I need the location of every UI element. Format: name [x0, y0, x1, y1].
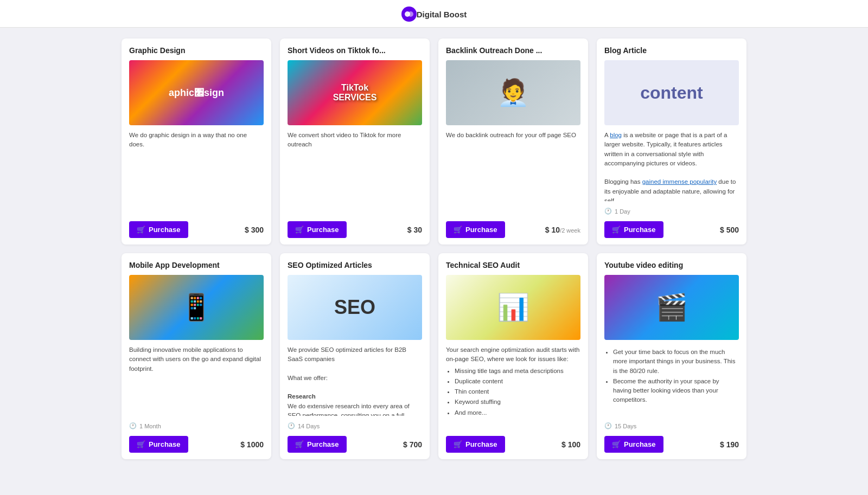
card-image-youtube-video-editing: [604, 275, 739, 340]
card-footer-backlink-outreach: 🛒 Purchase $ 10/2 week: [438, 217, 588, 245]
card-image-seo-optimized-articles: [288, 275, 422, 340]
purchase-label: Purchase: [465, 440, 497, 448]
card-inner-youtube-video-editing: Youtube video editing Get your time back…: [597, 253, 746, 418]
card-short-videos-tiktok: Short Videos on Tiktok fo... We convert …: [280, 38, 430, 245]
cart-icon: 🛒: [137, 226, 145, 234]
card-inner-seo-optimized-articles: SEO Optimized Articles We provide SEO op…: [280, 253, 430, 418]
cards-grid: Graphic Design We do graphic design in a…: [108, 28, 760, 470]
card-time-blog-article: 🕐 1 Day: [597, 203, 746, 217]
clock-icon: 🕐: [129, 422, 137, 429]
card-title-backlink-outreach: Backlink Outreach Done ...: [446, 46, 580, 55]
card-price-mobile-app-development: $ 1000: [240, 440, 264, 449]
purchase-button-backlink-outreach[interactable]: 🛒 Purchase: [446, 221, 505, 238]
price-sub: /2 week: [560, 227, 580, 234]
cart-icon: 🛒: [454, 226, 462, 234]
card-blog-article: Blog Article A blog is a website or page…: [597, 38, 746, 245]
purchase-label: Purchase: [307, 440, 339, 448]
card-price-short-videos-tiktok: $ 30: [407, 226, 422, 234]
card-footer-graphic-design: 🛒 Purchase $ 300: [122, 217, 271, 245]
card-footer-short-videos-tiktok: 🛒 Purchase $ 30: [280, 217, 430, 245]
purchase-button-youtube-video-editing[interactable]: 🛒 Purchase: [604, 436, 663, 453]
purchase-button-short-videos-tiktok[interactable]: 🛒 Purchase: [288, 221, 347, 238]
card-title-blog-article: Blog Article: [604, 46, 739, 55]
card-footer-seo-optimized-articles: 🛒 Purchase $ 700: [280, 432, 430, 459]
purchase-label: Purchase: [149, 226, 181, 234]
card-technical-seo-audit: Technical SEO Audit Your search engine o…: [438, 253, 588, 459]
card-desc-backlink-outreach: We do backlink outreach for your off pag…: [446, 131, 580, 201]
card-desc-seo-optimized-articles: We provide SEO optimized articles for B2…: [288, 345, 422, 416]
card-seo-optimized-articles: SEO Optimized Articles We provide SEO op…: [280, 253, 430, 459]
cart-icon: 🛒: [612, 226, 621, 234]
card-image-graphic-design: [129, 60, 264, 125]
card-time-youtube-video-editing: 🕐 15 Days: [597, 418, 746, 432]
header-title: Digital Boost: [417, 10, 467, 19]
card-desc-blog-article: A blog is a website or page that is a pa…: [604, 131, 739, 201]
time-label: 1 Day: [615, 208, 630, 215]
card-title-graphic-design: Graphic Design: [129, 46, 264, 55]
card-inner-graphic-design: Graphic Design We do graphic design in a…: [122, 38, 271, 217]
time-label: 1 Month: [139, 423, 161, 429]
card-footer-youtube-video-editing: 🛒 Purchase $ 190: [597, 432, 746, 459]
header-logo: [401, 7, 417, 22]
card-footer-blog-article: 🛒 Purchase $ 500: [597, 217, 746, 245]
clock-icon: 🕐: [604, 208, 612, 215]
card-desc-technical-seo-audit: Your search engine optimization audit st…: [446, 345, 580, 416]
card-price-backlink-outreach: $ 10/2 week: [545, 226, 580, 234]
card-title-mobile-app-development: Mobile App Development: [129, 261, 264, 269]
card-title-seo-optimized-articles: SEO Optimized Articles: [288, 261, 422, 269]
cart-icon: 🛒: [612, 440, 621, 448]
card-image-short-videos-tiktok: [288, 60, 422, 125]
purchase-button-technical-seo-audit[interactable]: 🛒 Purchase: [446, 436, 505, 453]
card-footer-mobile-app-development: 🛒 Purchase $ 1000: [122, 432, 271, 459]
card-image-backlink-outreach: [446, 60, 580, 125]
purchase-label: Purchase: [624, 226, 656, 234]
card-time-mobile-app-development: 🕐 1 Month: [122, 418, 271, 432]
card-price-technical-seo-audit: $ 100: [561, 440, 580, 449]
purchase-button-blog-article[interactable]: 🛒 Purchase: [604, 221, 663, 238]
purchase-label: Purchase: [307, 226, 339, 234]
cart-icon: 🛒: [295, 440, 304, 448]
card-title-youtube-video-editing: Youtube video editing: [604, 261, 739, 269]
card-inner-technical-seo-audit: Technical SEO Audit Your search engine o…: [438, 253, 588, 432]
card-title-technical-seo-audit: Technical SEO Audit: [446, 261, 580, 269]
card-price-blog-article: $ 500: [720, 226, 739, 234]
purchase-label: Purchase: [465, 226, 497, 234]
card-desc-mobile-app-development: Building innovative mobile applications …: [129, 345, 264, 416]
card-title-short-videos-tiktok: Short Videos on Tiktok fo...: [288, 46, 422, 55]
purchase-label: Purchase: [624, 440, 656, 448]
card-inner-mobile-app-development: Mobile App Development Building innovati…: [122, 253, 271, 418]
card-price-youtube-video-editing: $ 190: [720, 440, 739, 449]
card-desc-youtube-video-editing: Get your time back to focus on the much …: [604, 345, 739, 416]
header: Digital Boost: [0, 0, 868, 28]
cart-icon: 🛒: [137, 440, 145, 448]
card-youtube-video-editing: Youtube video editing Get your time back…: [597, 253, 746, 459]
card-image-technical-seo-audit: [446, 275, 580, 340]
time-label: 14 Days: [298, 423, 320, 429]
card-inner-short-videos-tiktok: Short Videos on Tiktok fo... We convert …: [280, 38, 430, 217]
purchase-button-mobile-app-development[interactable]: 🛒 Purchase: [129, 436, 188, 453]
card-desc-short-videos-tiktok: We convert short video to Tiktok for mor…: [288, 131, 422, 201]
clock-icon: 🕐: [288, 422, 295, 429]
card-graphic-design: Graphic Design We do graphic design in a…: [122, 38, 271, 245]
card-price-graphic-design: $ 300: [245, 226, 264, 234]
card-footer-technical-seo-audit: 🛒 Purchase $ 100: [438, 432, 588, 459]
time-label: 15 Days: [615, 423, 636, 429]
purchase-label: Purchase: [149, 440, 181, 448]
purchase-button-graphic-design[interactable]: 🛒 Purchase: [129, 221, 188, 238]
svg-point-1: [408, 11, 413, 17]
card-mobile-app-development: Mobile App Development Building innovati…: [122, 253, 271, 459]
card-inner-backlink-outreach: Backlink Outreach Done ... We do backlin…: [438, 38, 588, 217]
card-image-blog-article: [604, 60, 739, 125]
card-price-seo-optimized-articles: $ 700: [403, 440, 422, 449]
cart-icon: 🛒: [295, 226, 304, 234]
clock-icon: 🕐: [604, 422, 612, 429]
cart-icon: 🛒: [454, 440, 462, 448]
card-desc-graphic-design: We do graphic design in a way that no on…: [129, 131, 264, 201]
card-image-mobile-app-development: [129, 275, 264, 340]
purchase-button-seo-optimized-articles[interactable]: 🛒 Purchase: [288, 436, 347, 453]
card-backlink-outreach: Backlink Outreach Done ... We do backlin…: [438, 38, 588, 245]
card-inner-blog-article: Blog Article A blog is a website or page…: [597, 38, 746, 203]
card-time-seo-optimized-articles: 🕐 14 Days: [280, 418, 430, 432]
